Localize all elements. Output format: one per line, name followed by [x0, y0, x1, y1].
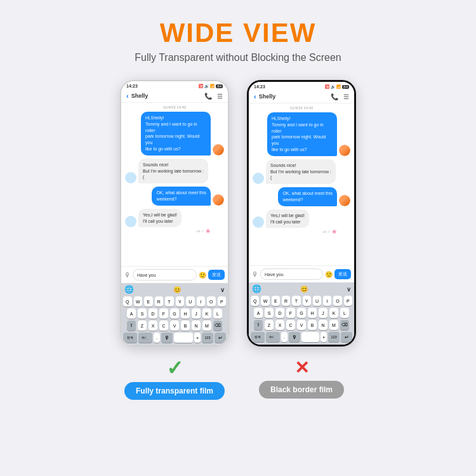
- key-X-right[interactable]: X: [275, 320, 284, 330]
- key-Q-right[interactable]: Q: [251, 296, 259, 306]
- key-comma-right[interactable]: ，: [281, 332, 288, 342]
- key-Y-right[interactable]: Y: [303, 296, 311, 306]
- msg-in-2-left: Yes,I will be glad!I'll call you later: [125, 209, 224, 228]
- key-shift-right[interactable]: ⇧: [254, 320, 263, 330]
- key-E-left[interactable]: E: [144, 296, 153, 307]
- key-L-left[interactable]: L: [213, 308, 222, 319]
- key-P-right[interactable]: P: [344, 296, 352, 306]
- key-V-left[interactable]: V: [170, 321, 179, 331]
- key-del-right[interactable]: ⌫: [340, 320, 349, 330]
- key-Q-left[interactable]: Q: [123, 296, 132, 307]
- key-space-left[interactable]: [174, 333, 193, 343]
- key-A-right[interactable]: A: [254, 308, 263, 318]
- key-S-right[interactable]: S: [265, 308, 274, 318]
- phone-left-screen: 14:23 🈵 🔊 📶 84 ‹ Shelly 📞: [121, 81, 228, 345]
- key-H-left[interactable]: H: [181, 308, 190, 319]
- key-space-right[interactable]: [301, 332, 319, 342]
- key-Y-left[interactable]: Y: [176, 296, 185, 307]
- key-mic-right[interactable]: 🎙: [289, 332, 300, 342]
- key-J-left[interactable]: J: [192, 308, 201, 319]
- text-input-right[interactable]: Have you: [260, 268, 323, 280]
- cross-mark: ✕: [294, 359, 309, 377]
- key-P-left[interactable]: P: [218, 296, 227, 307]
- avatar-in-2-left: [125, 216, 136, 227]
- key-shift-left[interactable]: ⇧: [127, 321, 136, 331]
- text-input-left[interactable]: Have you: [133, 269, 197, 281]
- key-U-left[interactable]: U: [186, 296, 195, 307]
- input-bar-right: 🎙 Have you 🙂 发送: [249, 265, 354, 282]
- key-123-left[interactable]: 123: [202, 333, 213, 343]
- key-C-right[interactable]: C: [286, 320, 295, 330]
- send-btn-right[interactable]: 发送: [334, 269, 351, 279]
- key-B-left[interactable]: B: [181, 321, 190, 331]
- key-L-right[interactable]: L: [340, 308, 349, 318]
- key-enter-right[interactable]: ↵: [341, 332, 352, 342]
- contact-name-left: Shelly: [131, 93, 149, 99]
- key-R-right[interactable]: R: [282, 296, 290, 306]
- phone-icon-right[interactable]: 📞: [331, 93, 338, 100]
- key-T-right[interactable]: T: [292, 296, 300, 306]
- avatar-out-1-right: [339, 145, 350, 156]
- key-A-left[interactable]: A: [127, 308, 136, 319]
- messages-right: Hi,Shelly!Tommy and I want to go in roll…: [249, 111, 354, 265]
- key-E-right[interactable]: E: [272, 296, 280, 306]
- key-W-left[interactable]: W: [134, 296, 143, 307]
- key-F-right[interactable]: F: [286, 308, 295, 318]
- key-D-right[interactable]: D: [275, 308, 284, 318]
- key-M-right[interactable]: M: [329, 320, 338, 330]
- key-enter-left[interactable]: ↵: [215, 333, 226, 343]
- emoji-icon-right[interactable]: 🙂: [325, 271, 333, 278]
- menu-icon-right[interactable]: ☰: [343, 93, 349, 100]
- mic-icon-left[interactable]: 🎙: [124, 272, 131, 279]
- send-btn-left[interactable]: 发送: [208, 270, 225, 280]
- key-G-left[interactable]: G: [170, 308, 179, 319]
- bubble-in-2-right: Yes,I will be glad!I'll call you later: [266, 209, 309, 228]
- key-cn-right[interactable]: 中/、: [266, 332, 280, 342]
- key-123-right[interactable]: 123: [328, 332, 340, 342]
- key-W-right[interactable]: W: [261, 296, 269, 306]
- key-U-right[interactable]: U: [313, 296, 321, 306]
- key-cn-left[interactable]: 中/、: [138, 333, 152, 343]
- key-M-left[interactable]: M: [202, 321, 211, 331]
- key-I-right[interactable]: I: [323, 296, 331, 306]
- phone-right-wrapper: 14:23 🈵 🔊 📶 84 ‹ Shelly 📞: [247, 80, 356, 347]
- key-K-right[interactable]: K: [329, 308, 338, 318]
- key-a-left[interactable]: a: [194, 333, 201, 343]
- key-K-left[interactable]: K: [202, 308, 211, 319]
- key-symbols-right[interactable]: 符号: [251, 332, 265, 342]
- key-symbols-left[interactable]: 符号: [123, 333, 137, 343]
- key-H-right[interactable]: H: [308, 308, 317, 318]
- key-B-right[interactable]: B: [308, 320, 317, 330]
- key-N-right[interactable]: N: [319, 320, 327, 330]
- phone-icon-left[interactable]: 📞: [204, 93, 212, 100]
- key-O-left[interactable]: O: [207, 296, 216, 307]
- key-R-left[interactable]: R: [155, 296, 164, 307]
- time-left: 14:23: [126, 84, 138, 88]
- key-mic-left[interactable]: 🎙: [161, 333, 173, 343]
- key-S-left[interactable]: S: [138, 308, 147, 319]
- back-arrow-right[interactable]: ‹: [254, 93, 256, 100]
- key-del-left[interactable]: ⌫: [213, 321, 222, 331]
- mic-icon-right[interactable]: 🎙: [252, 271, 258, 278]
- menu-icon-left[interactable]: ☰: [217, 93, 223, 100]
- key-F-left[interactable]: F: [159, 308, 168, 319]
- key-D-left[interactable]: D: [149, 308, 157, 319]
- phone-right-screen: 14:23 🈵 🔊 📶 84 ‹ Shelly 📞: [249, 82, 354, 345]
- key-I-left[interactable]: I: [197, 296, 206, 307]
- key-J-right[interactable]: J: [319, 308, 327, 318]
- key-N-left[interactable]: N: [192, 321, 201, 331]
- back-arrow-left[interactable]: ‹: [126, 92, 129, 100]
- key-comma-left[interactable]: ，: [154, 333, 160, 343]
- key-X-left[interactable]: X: [149, 321, 157, 331]
- key-Z-left[interactable]: Z: [138, 321, 147, 331]
- key-C-left[interactable]: C: [159, 321, 168, 331]
- key-V-right[interactable]: V: [297, 320, 306, 330]
- emoji-icon-left[interactable]: 🙂: [199, 272, 206, 279]
- key-T-left[interactable]: T: [165, 296, 174, 307]
- key-O-right[interactable]: O: [333, 296, 341, 306]
- key-a-right[interactable]: a: [321, 332, 327, 342]
- key-G-right[interactable]: G: [297, 308, 306, 318]
- badge-wrapper-right: ✕ Black border film: [247, 359, 356, 399]
- key-Z-right[interactable]: Z: [265, 320, 274, 330]
- msg-out-2-right: OK, what about meet thisweekend?: [253, 187, 350, 206]
